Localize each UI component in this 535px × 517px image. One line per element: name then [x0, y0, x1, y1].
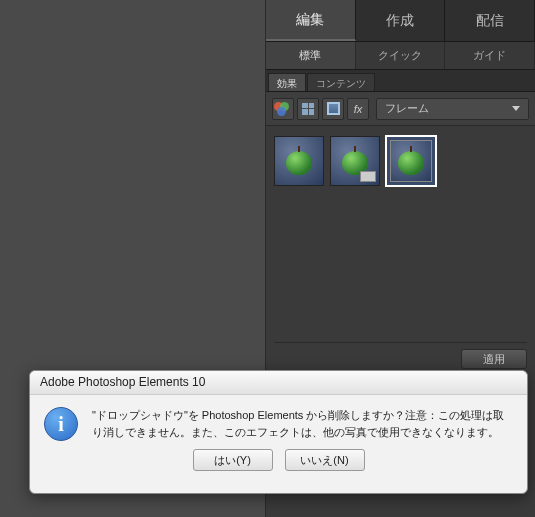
paneltab-effects[interactable]: 効果: [268, 73, 306, 91]
paneltab-contents[interactable]: コンテンツ: [307, 73, 375, 91]
styles-button[interactable]: [297, 98, 319, 120]
dialog-body: i "ドロップシャドウ"を Photoshop Elements から削除します…: [30, 395, 527, 449]
effect-thumb-3[interactable]: [385, 135, 437, 187]
filters-icon: [274, 102, 292, 116]
frames-button[interactable]: [322, 98, 344, 120]
category-dropdown[interactable]: フレーム: [376, 98, 529, 120]
dropdown-label: フレーム: [385, 101, 429, 116]
effect-thumbnails: [266, 126, 535, 196]
sub-tabs: 標準 クイック ガイド: [266, 42, 535, 70]
dialog-buttons: はい(Y) いいえ(N): [30, 449, 527, 481]
subtab-guide[interactable]: ガイド: [445, 42, 535, 69]
confirm-dialog: Adobe Photoshop Elements 10 i "ドロップシャドウ"…: [29, 370, 528, 494]
effect-thumb-2[interactable]: [330, 136, 380, 186]
tab-deliver[interactable]: 配信: [445, 0, 535, 41]
info-icon: i: [44, 407, 78, 441]
no-button[interactable]: いいえ(N): [285, 449, 365, 471]
subtab-standard[interactable]: 標準: [266, 42, 356, 69]
apply-row: 適用: [274, 342, 527, 369]
dialog-message: "ドロップシャドウ"を Photoshop Elements から削除しますか？…: [92, 407, 513, 441]
frame-icon: [327, 102, 340, 115]
tab-edit[interactable]: 編集: [266, 0, 356, 41]
thumb-preview: [331, 137, 379, 185]
chevron-down-icon: [512, 106, 520, 111]
tab-create[interactable]: 作成: [356, 0, 446, 41]
effects-toolbar: fx フレーム: [266, 92, 535, 126]
top-tabs: 編集 作成 配信: [266, 0, 535, 42]
subtab-quick[interactable]: クイック: [356, 42, 446, 69]
panel-tabs: 効果 コンテンツ: [266, 70, 535, 92]
yes-button[interactable]: はい(Y): [193, 449, 273, 471]
thumb-preview: [390, 140, 432, 182]
thumb-preview: [275, 137, 323, 185]
filters-button[interactable]: [272, 98, 294, 120]
grid-icon: [302, 103, 314, 115]
fx-button[interactable]: fx: [347, 98, 369, 120]
effect-thumb-1[interactable]: [274, 136, 324, 186]
apply-button[interactable]: 適用: [461, 349, 527, 369]
fx-icon: fx: [354, 103, 363, 115]
dialog-title: Adobe Photoshop Elements 10: [30, 371, 527, 395]
